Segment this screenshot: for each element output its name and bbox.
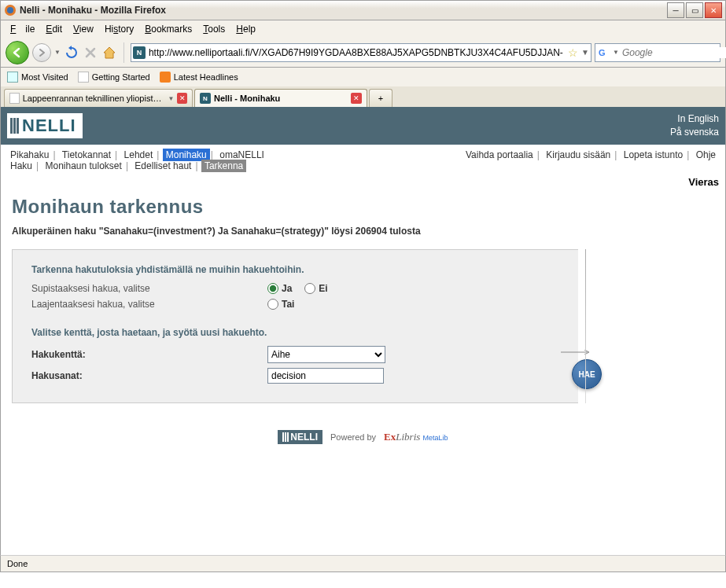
menubar: File Edit View History Bookmarks Tools H…: [0, 20, 726, 38]
nav-history-dropdown[interactable]: ▼: [54, 49, 61, 56]
narrow-label: Supistaaksesi hakua, valitse: [31, 283, 267, 294]
firefox-icon: [4, 4, 17, 17]
nav-toolbar: ▼ N ☆ ▼ G ▼: [0, 38, 726, 68]
radio-ja-label[interactable]: Ja: [267, 283, 292, 294]
content-area: Monihaun tarkennus Alkuperäinen haku "Sa…: [1, 188, 725, 452]
url-dropdown-icon[interactable]: ▼: [581, 48, 589, 57]
toolbar-separator: [123, 42, 124, 63]
radio-ei[interactable]: [304, 283, 315, 294]
nav-kirjaudu[interactable]: Kirjaudu sisään: [543, 149, 614, 161]
refine-form: Tarkenna hakutuloksia yhdistämällä ne mu…: [12, 249, 578, 403]
radio-ei-label[interactable]: Ei: [304, 283, 327, 294]
menu-help[interactable]: Help: [231, 22, 260, 36]
search-bar[interactable]: G ▼: [595, 43, 720, 62]
exlibris-libris: Libris: [396, 431, 420, 443]
tab-nelli[interactable]: N Nelli - Monihaku ✕: [194, 89, 367, 107]
logo-text: NELLI: [290, 432, 318, 443]
bookmark-getting-started[interactable]: Getting Started: [78, 72, 150, 83]
menu-view[interactable]: View: [68, 22, 98, 36]
url-input[interactable]: [149, 47, 565, 58]
radio-tai-label[interactable]: Tai: [267, 299, 294, 310]
folder-icon: [7, 72, 18, 83]
nelli-footer-logo[interactable]: NELLI: [278, 430, 322, 444]
menu-file[interactable]: File: [6, 22, 39, 36]
nav-lopeta[interactable]: Lopeta istunto: [621, 149, 686, 161]
arrow-connector-icon: [561, 350, 592, 355]
tab-label: Nelli - Monihaku: [214, 94, 280, 103]
subnav-edelliset[interactable]: Edelliset haut: [131, 160, 194, 172]
tab-dropdown-icon[interactable]: ▼: [168, 95, 175, 102]
status-text: Done: [7, 559, 28, 568]
subnav-haku[interactable]: Haku: [7, 160, 35, 172]
tab-close-icon[interactable]: ✕: [351, 93, 362, 104]
tab-close-icon[interactable]: ✕: [177, 93, 187, 104]
page-viewport: NELLI In English På svenska Pikahaku| Ti…: [0, 107, 726, 555]
nelli-favicon-icon: N: [200, 93, 211, 104]
radio-text: Ja: [282, 283, 292, 294]
reload-button[interactable]: [64, 45, 79, 61]
home-button[interactable]: [101, 45, 117, 61]
hakusanat-input[interactable]: [267, 368, 384, 384]
hakusanat-label: Hakusanat:: [31, 370, 267, 381]
exlibris-logo[interactable]: ExLibris MetaLib: [384, 431, 448, 443]
tab-bar: Lappeenrannan teknillinen yliopisto - Te…: [0, 86, 726, 107]
minimize-button[interactable]: ─: [667, 2, 684, 18]
main-nav: Pikahaku| Tietokannat| Lehdet| Monihaku|…: [1, 145, 725, 173]
refine-form-wrapper: Tarkenna hakutuloksia yhdistämällä ne mu…: [12, 249, 586, 403]
subnav-tulokset[interactable]: Monihaun tulokset: [42, 160, 124, 172]
original-query-text: Alkuperäinen haku "Sanahaku=(investment?…: [12, 226, 714, 237]
back-button[interactable]: [6, 41, 29, 64]
nav-ohje[interactable]: Ohje: [693, 149, 719, 161]
radio-text: Ei: [319, 283, 327, 294]
bookmark-latest-headlines[interactable]: Latest Headlines: [160, 72, 238, 83]
google-icon: G: [599, 47, 610, 58]
menu-tools[interactable]: Tools: [198, 22, 230, 36]
plus-icon: +: [378, 94, 383, 103]
menu-history[interactable]: History: [100, 22, 138, 36]
url-bar[interactable]: N ☆ ▼: [131, 43, 591, 62]
status-bar: Done: [0, 555, 726, 572]
page-footer: NELLI Powered by ExLibris MetaLib: [12, 430, 714, 444]
menu-bookmarks[interactable]: Bookmarks: [140, 22, 197, 36]
radio-tai[interactable]: [267, 299, 278, 310]
nav-vaihda-portaalia[interactable]: Vaihda portaalia: [463, 149, 536, 161]
new-tab-button[interactable]: +: [369, 89, 392, 107]
maximize-button[interactable]: ▭: [686, 2, 703, 18]
stop-button[interactable]: [83, 45, 98, 61]
bookmark-most-visited[interactable]: Most Visited: [7, 72, 68, 83]
broaden-label: Laajentaaksesi hakua, valitse: [31, 299, 267, 310]
search-engine-dropdown[interactable]: ▼: [613, 49, 619, 56]
window-title: Nelli - Monihaku - Mozilla Firefox: [20, 5, 166, 16]
tab-lappeenranta[interactable]: Lappeenrannan teknillinen yliopisto - Te…: [4, 89, 193, 107]
nelli-logo[interactable]: NELLI: [7, 113, 83, 138]
hakukentta-label: Hakukenttä:: [31, 349, 267, 360]
close-button[interactable]: ✕: [705, 2, 722, 18]
logo-bars-icon: [282, 432, 289, 442]
bookmark-star-icon[interactable]: ☆: [568, 46, 578, 59]
bookmark-label: Most Visited: [21, 72, 68, 82]
radio-text: Tai: [282, 299, 294, 310]
page-title: Monihaun tarkennus: [12, 196, 714, 218]
forward-button[interactable]: [32, 43, 51, 62]
exlibris-ex: Ex: [384, 431, 396, 443]
hae-button[interactable]: HAE: [572, 359, 602, 389]
svg-text:G: G: [599, 48, 606, 57]
search-input[interactable]: [622, 47, 726, 58]
tab-label: Lappeenrannan teknillinen yliopisto - Te…: [23, 94, 165, 103]
menu-edit[interactable]: Edit: [41, 22, 67, 36]
hakukentta-select[interactable]: Aihe: [267, 346, 385, 363]
site-favicon-icon: N: [133, 46, 146, 59]
metalib-text: MetaLib: [423, 434, 448, 442]
language-links: In English På svenska: [670, 112, 719, 139]
subnav-tarkenna[interactable]: Tarkenna: [201, 160, 246, 172]
form-hint-1: Tarkenna hakutuloksia yhdistämällä ne mu…: [31, 264, 559, 275]
svg-point-1: [7, 7, 13, 13]
site-header: NELLI In English På svenska: [1, 107, 725, 145]
bookmarks-toolbar: Most Visited Getting Started Latest Head…: [0, 68, 726, 86]
logo-bars-icon: [10, 118, 19, 134]
radio-ja[interactable]: [267, 283, 278, 294]
lang-swedish-link[interactable]: På svenska: [670, 126, 719, 139]
lang-english-link[interactable]: In English: [670, 112, 719, 126]
page-favicon-icon: [9, 93, 20, 104]
powered-by-text: Powered by: [330, 432, 376, 442]
